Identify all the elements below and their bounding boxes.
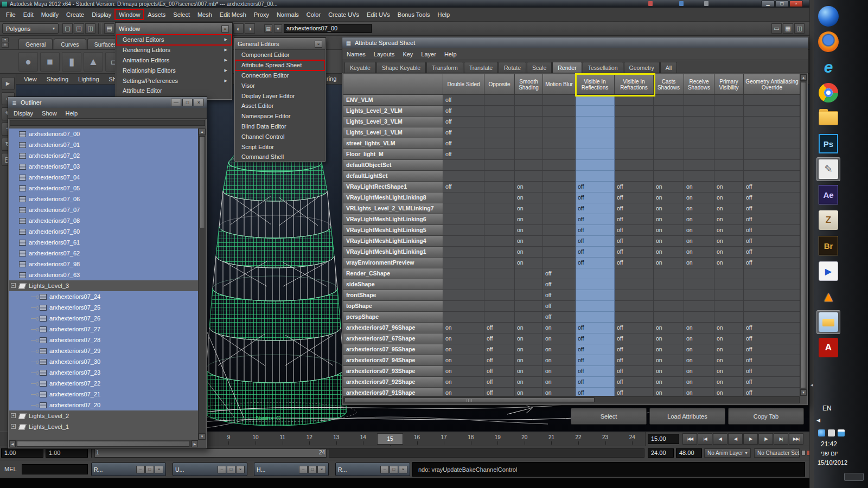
cell[interactable]: on bbox=[654, 214, 684, 225]
tab-rotate[interactable]: Rotate bbox=[499, 62, 526, 73]
frame-tick-15[interactable]: 15 bbox=[377, 433, 403, 445]
cell[interactable]: on bbox=[654, 247, 684, 258]
general-editors-item-connection-editor[interactable]: Connection Editor bbox=[235, 70, 325, 81]
cell[interactable]: on bbox=[515, 366, 543, 377]
cell[interactable]: off bbox=[576, 333, 615, 344]
cell[interactable]: off bbox=[744, 203, 800, 214]
spreadsheet-titlebar[interactable]: ▦ Attribute Spread Sheet bbox=[342, 37, 808, 48]
cell[interactable] bbox=[543, 225, 576, 236]
menu-select[interactable]: Select bbox=[169, 10, 194, 20]
cell[interactable]: on bbox=[515, 182, 543, 192]
spreadsheet-menu-layer[interactable]: Layer bbox=[421, 51, 436, 57]
cell[interactable] bbox=[714, 171, 744, 182]
cell[interactable]: on bbox=[543, 366, 576, 377]
row-label[interactable]: Lights_Level_2_VLM bbox=[343, 106, 443, 117]
cell[interactable] bbox=[543, 149, 576, 160]
copy-tab-button[interactable]: Copy Tab bbox=[728, 408, 804, 425]
cell[interactable] bbox=[543, 117, 576, 127]
cell[interactable]: on bbox=[714, 333, 744, 344]
cell[interactable]: off bbox=[744, 182, 800, 192]
menu-edit-mesh[interactable]: Edit Mesh bbox=[216, 10, 250, 20]
cell[interactable]: off bbox=[576, 388, 615, 396]
cell[interactable]: off bbox=[576, 225, 615, 236]
cell[interactable]: on bbox=[654, 192, 684, 203]
cell[interactable] bbox=[615, 117, 654, 127]
command-line-language-toggle[interactable]: MEL bbox=[4, 466, 17, 472]
cell[interactable]: off bbox=[615, 258, 654, 268]
outliner-item[interactable]: arxhexteriors07_21 bbox=[9, 389, 198, 400]
expander-icon[interactable]: + bbox=[11, 424, 16, 429]
play-backwards-button[interactable]: ◀ bbox=[728, 433, 743, 445]
frame-tick-12[interactable]: 12 bbox=[296, 434, 322, 440]
playback-start-field[interactable]: 1.00 bbox=[46, 448, 88, 458]
cell[interactable] bbox=[714, 95, 744, 106]
cell[interactable] bbox=[543, 192, 576, 203]
frame-tick-9[interactable]: 9 bbox=[215, 434, 241, 440]
outliner-item[interactable]: arxhexteriors07_03 bbox=[9, 161, 198, 172]
show-desktop-button[interactable] bbox=[844, 473, 864, 481]
cell[interactable]: on bbox=[684, 247, 714, 258]
outliner-item[interactable]: arxhexteriors07_63 bbox=[9, 269, 198, 280]
cell[interactable] bbox=[744, 117, 800, 127]
cell[interactable] bbox=[515, 160, 543, 171]
cell[interactable] bbox=[484, 258, 515, 268]
cell[interactable]: off bbox=[443, 106, 484, 117]
frame-tick-17[interactable]: 17 bbox=[431, 434, 457, 440]
cell[interactable]: off bbox=[744, 377, 800, 388]
menu-proxy[interactable]: Proxy bbox=[250, 10, 273, 20]
spreadsheet-menu-key[interactable]: Key bbox=[403, 51, 413, 57]
cell[interactable] bbox=[515, 106, 543, 117]
outliner-item[interactable]: arxhexteriors07_26 bbox=[9, 313, 198, 324]
cell[interactable] bbox=[484, 203, 515, 214]
cell[interactable]: off bbox=[744, 192, 800, 203]
cell[interactable]: on bbox=[714, 377, 744, 388]
cell[interactable] bbox=[714, 160, 744, 171]
cell[interactable] bbox=[576, 279, 615, 290]
window-menu-item-attribute-editor[interactable]: Attribute Editor bbox=[116, 86, 232, 96]
cell[interactable] bbox=[744, 160, 800, 171]
cell[interactable]: on bbox=[714, 247, 744, 258]
cell[interactable] bbox=[684, 301, 714, 312]
cell[interactable] bbox=[654, 106, 684, 117]
spreadsheet-menu-layouts[interactable]: Layouts bbox=[374, 51, 395, 57]
cell[interactable]: off bbox=[615, 236, 654, 247]
step-forward-key-button[interactable]: ▶| bbox=[774, 433, 788, 445]
cell[interactable] bbox=[515, 95, 543, 106]
cell[interactable]: off bbox=[576, 323, 615, 333]
cell[interactable]: off bbox=[744, 333, 800, 344]
cell[interactable]: off bbox=[576, 366, 615, 377]
cell[interactable] bbox=[744, 127, 800, 138]
cell[interactable]: off bbox=[443, 117, 484, 127]
cell[interactable] bbox=[543, 203, 576, 214]
cell[interactable]: on bbox=[515, 388, 543, 396]
scrollbar-thumb[interactable] bbox=[344, 397, 595, 402]
playback-end-field[interactable]: 24.00 bbox=[648, 448, 674, 458]
cell[interactable] bbox=[684, 312, 714, 323]
select-hierarchy-icon[interactable]: ▤ bbox=[104, 23, 114, 34]
general-editors-item-visor[interactable]: Visor bbox=[235, 80, 325, 91]
cell[interactable]: on bbox=[684, 333, 714, 344]
cell[interactable] bbox=[684, 268, 714, 279]
character-set-dropdown[interactable]: No Character Set ▾ bbox=[754, 448, 800, 458]
cell[interactable] bbox=[654, 290, 684, 301]
close-icon[interactable]: × bbox=[236, 466, 245, 473]
cell[interactable] bbox=[684, 160, 714, 171]
row-label[interactable]: defaultLightSet bbox=[343, 171, 443, 182]
current-time-field[interactable]: 15.00 bbox=[648, 434, 679, 444]
cell[interactable] bbox=[576, 301, 615, 312]
cell[interactable] bbox=[515, 279, 543, 290]
cell[interactable]: off bbox=[744, 388, 800, 396]
spreadsheet-menu-help[interactable]: Help bbox=[444, 51, 457, 57]
cell[interactable] bbox=[515, 301, 543, 312]
outliner-item[interactable]: +Lights_Level_2 bbox=[9, 410, 198, 421]
cell[interactable] bbox=[684, 95, 714, 106]
cell[interactable] bbox=[515, 171, 543, 182]
close-icon[interactable]: × bbox=[399, 466, 407, 473]
row-label[interactable]: arxhexteriors07_94Shape bbox=[343, 355, 443, 366]
minimize-icon[interactable]: – bbox=[299, 466, 308, 473]
cell[interactable] bbox=[443, 225, 484, 236]
cell[interactable]: on bbox=[654, 388, 684, 396]
outliner-item[interactable]: arxhexteriors07_22 bbox=[9, 378, 198, 389]
open-scene-icon[interactable]: ◳ bbox=[74, 23, 84, 34]
cell[interactable] bbox=[744, 312, 800, 323]
